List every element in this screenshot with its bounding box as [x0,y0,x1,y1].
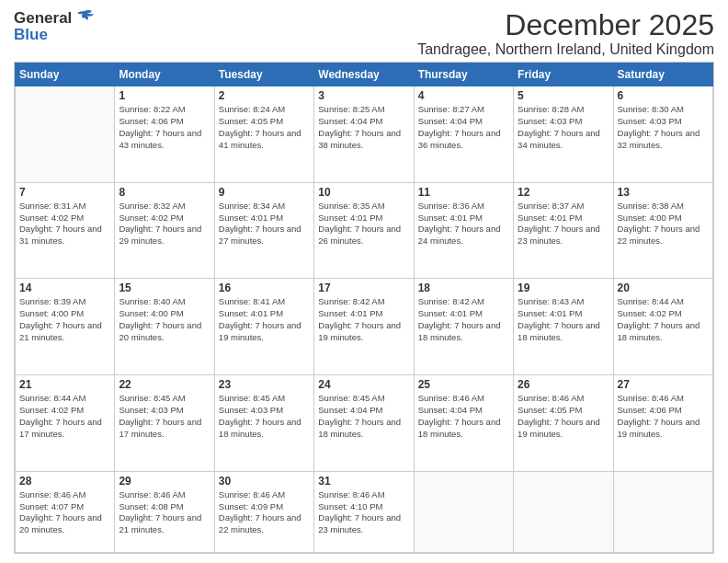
week-row-4: 21Sunrise: 8:44 AM Sunset: 4:02 PM Dayli… [16,375,713,472]
calendar-cell: 8Sunrise: 8:32 AM Sunset: 4:02 PM Daylig… [115,182,214,279]
calendar-cell: 18Sunrise: 8:42 AM Sunset: 4:01 PM Dayli… [414,279,513,375]
calendar-cell: 31Sunrise: 8:46 AM Sunset: 4:10 PM Dayli… [314,471,414,552]
day-info: Sunrise: 8:37 AM Sunset: 4:01 PM Dayligh… [518,201,609,247]
calendar-cell: 5Sunrise: 8:28 AM Sunset: 4:03 PM Daylig… [514,86,613,183]
header: General Blue December 2025 Tandragee, No… [14,9,714,58]
day-info: Sunrise: 8:45 AM Sunset: 4:03 PM Dayligh… [119,393,210,440]
day-info: Sunrise: 8:35 AM Sunset: 4:01 PM Dayligh… [318,201,409,247]
day-number: 8 [119,186,210,199]
day-number: 10 [318,186,409,199]
calendar-header-row: SundayMondayTuesdayWednesdayThursdayFrid… [16,63,713,86]
day-info: Sunrise: 8:45 AM Sunset: 4:03 PM Dayligh… [219,393,310,440]
day-info: Sunrise: 8:40 AM Sunset: 4:00 PM Dayligh… [119,296,210,343]
calendar-cell: 3Sunrise: 8:25 AM Sunset: 4:04 PM Daylig… [314,86,414,183]
day-info: Sunrise: 8:27 AM Sunset: 4:04 PM Dayligh… [418,104,509,151]
day-info: Sunrise: 8:45 AM Sunset: 4:04 PM Dayligh… [318,393,409,440]
day-number: 5 [518,89,609,102]
page: General Blue December 2025 Tandragee, No… [0,0,728,563]
day-info: Sunrise: 8:46 AM Sunset: 4:09 PM Dayligh… [219,489,310,536]
calendar-cell: 22Sunrise: 8:45 AM Sunset: 4:03 PM Dayli… [115,375,214,472]
calendar-cell: 14Sunrise: 8:39 AM Sunset: 4:00 PM Dayli… [16,279,115,375]
calendar-cell: 4Sunrise: 8:27 AM Sunset: 4:04 PM Daylig… [414,86,513,183]
day-number: 18 [418,282,509,294]
day-number: 20 [618,282,709,294]
calendar-header-saturday: Saturday [613,63,712,86]
week-row-3: 14Sunrise: 8:39 AM Sunset: 4:00 PM Dayli… [16,279,713,375]
day-info: Sunrise: 8:31 AM Sunset: 4:02 PM Dayligh… [19,201,110,247]
day-number: 21 [19,378,110,391]
calendar-cell: 15Sunrise: 8:40 AM Sunset: 4:00 PM Dayli… [115,279,214,375]
day-info: Sunrise: 8:43 AM Sunset: 4:01 PM Dayligh… [518,296,609,343]
day-number: 26 [518,378,609,391]
calendar-cell: 12Sunrise: 8:37 AM Sunset: 4:01 PM Dayli… [514,182,613,279]
calendar-cell: 6Sunrise: 8:30 AM Sunset: 4:03 PM Daylig… [613,86,712,183]
day-info: Sunrise: 8:38 AM Sunset: 4:00 PM Dayligh… [618,201,709,247]
calendar: SundayMondayTuesdayWednesdayThursdayFrid… [14,62,714,554]
day-info: Sunrise: 8:39 AM Sunset: 4:00 PM Dayligh… [19,296,110,343]
calendar-cell: 7Sunrise: 8:31 AM Sunset: 4:02 PM Daylig… [16,182,115,279]
day-number: 17 [318,282,409,294]
calendar-header-thursday: Thursday [414,63,513,86]
title-area: December 2025 Tandragee, Northern Irelan… [417,9,714,58]
calendar-cell [514,471,613,552]
day-info: Sunrise: 8:46 AM Sunset: 4:06 PM Dayligh… [618,393,709,440]
day-number: 16 [219,282,310,294]
logo-bird-icon [75,9,96,24]
day-info: Sunrise: 8:44 AM Sunset: 4:02 PM Dayligh… [19,393,110,440]
calendar-cell: 13Sunrise: 8:38 AM Sunset: 4:00 PM Dayli… [613,182,712,279]
calendar-header-wednesday: Wednesday [314,63,414,86]
day-info: Sunrise: 8:46 AM Sunset: 4:04 PM Dayligh… [418,393,509,440]
calendar-cell: 23Sunrise: 8:45 AM Sunset: 4:03 PM Dayli… [214,375,313,472]
day-number: 11 [418,186,509,199]
calendar-cell: 25Sunrise: 8:46 AM Sunset: 4:04 PM Dayli… [414,375,513,472]
day-number: 25 [418,378,509,391]
day-number: 30 [219,475,310,488]
calendar-cell: 11Sunrise: 8:36 AM Sunset: 4:01 PM Dayli… [414,182,513,279]
week-row-2: 7Sunrise: 8:31 AM Sunset: 4:02 PM Daylig… [16,182,713,279]
week-row-1: 1Sunrise: 8:22 AM Sunset: 4:06 PM Daylig… [16,86,713,183]
calendar-cell: 20Sunrise: 8:44 AM Sunset: 4:02 PM Dayli… [613,279,712,375]
calendar-cell: 24Sunrise: 8:45 AM Sunset: 4:04 PM Dayli… [314,375,414,472]
day-info: Sunrise: 8:30 AM Sunset: 4:03 PM Dayligh… [618,104,709,151]
day-number: 29 [119,475,210,488]
calendar-cell: 1Sunrise: 8:22 AM Sunset: 4:06 PM Daylig… [115,86,214,183]
day-number: 31 [318,475,409,488]
calendar-header-sunday: Sunday [16,63,115,86]
day-number: 12 [518,186,609,199]
day-info: Sunrise: 8:46 AM Sunset: 4:10 PM Dayligh… [318,489,409,536]
main-title: December 2025 [417,9,714,41]
day-number: 28 [19,475,110,488]
sub-title: Tandragee, Northern Ireland, United King… [417,41,714,58]
day-info: Sunrise: 8:22 AM Sunset: 4:06 PM Dayligh… [119,104,210,151]
calendar-cell: 9Sunrise: 8:34 AM Sunset: 4:01 PM Daylig… [214,182,313,279]
calendar-cell: 26Sunrise: 8:46 AM Sunset: 4:05 PM Dayli… [514,375,613,472]
day-number: 27 [618,378,709,391]
calendar-cell [16,86,115,183]
day-number: 23 [219,378,310,391]
day-info: Sunrise: 8:46 AM Sunset: 4:07 PM Dayligh… [19,489,110,536]
day-info: Sunrise: 8:42 AM Sunset: 4:01 PM Dayligh… [318,296,409,343]
day-info: Sunrise: 8:46 AM Sunset: 4:05 PM Dayligh… [518,393,609,440]
day-info: Sunrise: 8:41 AM Sunset: 4:01 PM Dayligh… [219,296,310,343]
day-number: 15 [119,282,210,294]
day-info: Sunrise: 8:44 AM Sunset: 4:02 PM Dayligh… [618,296,709,343]
calendar-cell: 19Sunrise: 8:43 AM Sunset: 4:01 PM Dayli… [514,279,613,375]
day-info: Sunrise: 8:24 AM Sunset: 4:05 PM Dayligh… [219,104,310,151]
calendar-header-friday: Friday [514,63,613,86]
day-number: 24 [318,378,409,391]
calendar-cell: 17Sunrise: 8:42 AM Sunset: 4:01 PM Dayli… [314,279,414,375]
calendar-cell [613,471,712,552]
day-number: 1 [119,89,210,102]
day-number: 4 [418,89,509,102]
day-number: 3 [318,89,409,102]
calendar-cell: 10Sunrise: 8:35 AM Sunset: 4:01 PM Dayli… [314,182,414,279]
day-info: Sunrise: 8:34 AM Sunset: 4:01 PM Dayligh… [219,201,310,247]
calendar-cell: 29Sunrise: 8:46 AM Sunset: 4:08 PM Dayli… [115,471,214,552]
day-number: 2 [219,89,310,102]
logo: General Blue [14,9,96,44]
calendar-header-monday: Monday [115,63,214,86]
day-number: 14 [19,282,110,294]
day-info: Sunrise: 8:42 AM Sunset: 4:01 PM Dayligh… [418,296,509,343]
calendar-cell: 30Sunrise: 8:46 AM Sunset: 4:09 PM Dayli… [214,471,313,552]
day-number: 19 [518,282,609,294]
